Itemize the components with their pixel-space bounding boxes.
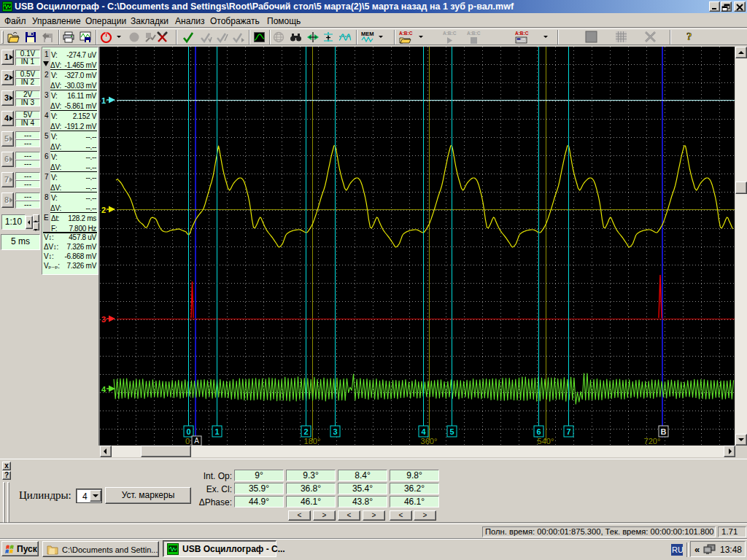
svg-text:3: 3 xyxy=(101,315,106,324)
svg-text:7: 7 xyxy=(566,427,570,436)
svg-text:3: 3 xyxy=(333,427,337,436)
svg-text:180°: 180° xyxy=(304,437,321,446)
svg-text:360°: 360° xyxy=(421,437,438,446)
svg-text:5: 5 xyxy=(449,427,454,436)
svg-text:1: 1 xyxy=(101,96,106,105)
svg-text:0: 0 xyxy=(185,437,190,446)
svg-text:720°: 720° xyxy=(644,437,661,446)
svg-text:0: 0 xyxy=(186,427,190,436)
svg-text:1: 1 xyxy=(214,427,219,436)
svg-text:B: B xyxy=(661,427,667,436)
svg-text:A:B:C: A:B:C xyxy=(515,31,529,36)
svg-text:2: 2 xyxy=(303,427,308,436)
svg-text:A: A xyxy=(194,437,199,445)
svg-text:A:B:C: A:B:C xyxy=(399,31,413,36)
svg-text:4: 4 xyxy=(101,385,107,394)
svg-text:6: 6 xyxy=(536,427,541,436)
svg-text:540°: 540° xyxy=(538,437,554,446)
svg-text:2: 2 xyxy=(101,206,106,214)
svg-text:A:B:C: A:B:C xyxy=(467,31,481,36)
svg-text:A:B:C: A:B:C xyxy=(443,31,457,36)
svg-text:?: ? xyxy=(686,31,692,42)
svg-text:4: 4 xyxy=(421,427,426,436)
svg-text:MEM: MEM xyxy=(361,31,374,37)
